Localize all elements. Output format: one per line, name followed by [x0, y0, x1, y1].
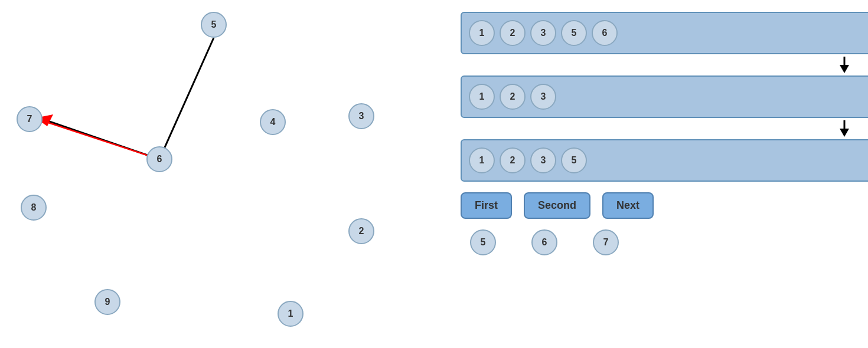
row-node-2-2: 2	[500, 84, 526, 110]
next-button[interactable]: Next	[602, 192, 654, 219]
bottom-nodes-row: 5 6 7	[461, 229, 868, 255]
arrow-2	[461, 120, 868, 137]
row-node-3-3: 3	[530, 147, 556, 173]
button-row: First Second Next	[461, 192, 868, 219]
row-node-3-2: 2	[500, 147, 526, 173]
row-node-2-3: 3	[530, 84, 556, 110]
node-9: 9	[94, 289, 120, 315]
row-node-1-2: 2	[500, 20, 526, 46]
arrow-down-svg-1	[833, 57, 856, 73]
right-panel: 1 2 3 5 6 1 2 3 1 2 3 5 First Second Nex…	[461, 12, 868, 348]
arrow-down-svg-2	[833, 120, 856, 137]
bottom-node-7: 7	[593, 229, 619, 255]
bottom-node-5: 5	[470, 229, 496, 255]
svg-marker-7	[840, 129, 849, 137]
row-node-1-6: 6	[592, 20, 618, 46]
arrow-1	[461, 57, 868, 73]
row-node-2-1: 1	[469, 84, 495, 110]
svg-line-3	[45, 122, 159, 159]
svg-line-1	[46, 120, 159, 159]
row-box-2: 1 2 3	[461, 75, 868, 118]
node-3: 3	[348, 103, 374, 129]
node-4: 4	[260, 109, 286, 135]
row-node-1-5: 5	[561, 20, 587, 46]
second-button[interactable]: Second	[524, 192, 590, 219]
row-box-3: 1 2 3 5	[461, 139, 868, 182]
svg-marker-5	[840, 65, 849, 73]
node-7: 7	[17, 106, 43, 132]
node-2: 2	[348, 218, 374, 244]
left-panel: 5 7 6 4 3 8 2 9 1	[0, 0, 390, 348]
row-node-3-1: 1	[469, 147, 495, 173]
node-5: 5	[201, 12, 227, 38]
svg-line-0	[159, 38, 214, 159]
graph-svg	[0, 0, 390, 348]
node-1: 1	[278, 301, 304, 327]
row-node-1-1: 1	[469, 20, 495, 46]
row-box-1: 1 2 3 5 6	[461, 12, 868, 54]
row-node-3-5: 5	[561, 147, 587, 173]
node-8: 8	[21, 195, 47, 221]
bottom-node-6: 6	[531, 229, 557, 255]
first-button[interactable]: First	[461, 192, 512, 219]
node-6: 6	[146, 146, 172, 172]
row-node-1-3: 3	[530, 20, 556, 46]
